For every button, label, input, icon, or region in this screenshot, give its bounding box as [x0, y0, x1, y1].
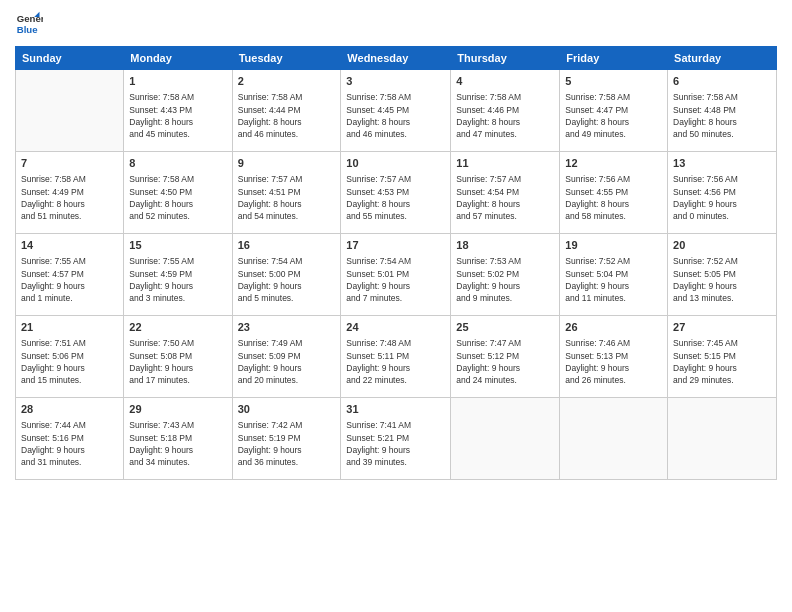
- day-info: Sunrise: 7:45 AMSunset: 5:15 PMDaylight:…: [673, 337, 771, 386]
- day-number: 21: [21, 320, 118, 335]
- calendar-cell: 7Sunrise: 7:58 AMSunset: 4:49 PMDaylight…: [16, 152, 124, 234]
- day-info: Sunrise: 7:58 AMSunset: 4:46 PMDaylight:…: [456, 91, 554, 140]
- day-info: Sunrise: 7:54 AMSunset: 5:00 PMDaylight:…: [238, 255, 336, 304]
- day-number: 10: [346, 156, 445, 171]
- calendar-cell: 12Sunrise: 7:56 AMSunset: 4:55 PMDayligh…: [560, 152, 668, 234]
- logo-icon: General Blue: [15, 10, 43, 38]
- calendar-cell: 31Sunrise: 7:41 AMSunset: 5:21 PMDayligh…: [341, 398, 451, 480]
- day-info: Sunrise: 7:47 AMSunset: 5:12 PMDaylight:…: [456, 337, 554, 386]
- day-info: Sunrise: 7:51 AMSunset: 5:06 PMDaylight:…: [21, 337, 118, 386]
- day-info: Sunrise: 7:50 AMSunset: 5:08 PMDaylight:…: [129, 337, 226, 386]
- calendar-cell: [16, 70, 124, 152]
- day-number: 18: [456, 238, 554, 253]
- calendar-cell: 15Sunrise: 7:55 AMSunset: 4:59 PMDayligh…: [124, 234, 232, 316]
- day-number: 28: [21, 402, 118, 417]
- day-number: 7: [21, 156, 118, 171]
- day-number: 16: [238, 238, 336, 253]
- day-number: 15: [129, 238, 226, 253]
- day-info: Sunrise: 7:44 AMSunset: 5:16 PMDaylight:…: [21, 419, 118, 468]
- day-info: Sunrise: 7:58 AMSunset: 4:44 PMDaylight:…: [238, 91, 336, 140]
- calendar-cell: 6Sunrise: 7:58 AMSunset: 4:48 PMDaylight…: [668, 70, 777, 152]
- header: General Blue: [15, 10, 777, 38]
- day-info: Sunrise: 7:52 AMSunset: 5:05 PMDaylight:…: [673, 255, 771, 304]
- day-number: 17: [346, 238, 445, 253]
- day-number: 20: [673, 238, 771, 253]
- calendar-cell: 13Sunrise: 7:56 AMSunset: 4:56 PMDayligh…: [668, 152, 777, 234]
- day-number: 13: [673, 156, 771, 171]
- week-row-4: 21Sunrise: 7:51 AMSunset: 5:06 PMDayligh…: [16, 316, 777, 398]
- col-header-monday: Monday: [124, 47, 232, 70]
- calendar-cell: [668, 398, 777, 480]
- calendar-cell: 21Sunrise: 7:51 AMSunset: 5:06 PMDayligh…: [16, 316, 124, 398]
- calendar-cell: 9Sunrise: 7:57 AMSunset: 4:51 PMDaylight…: [232, 152, 341, 234]
- page: General Blue SundayMondayTuesdayWednesda…: [0, 0, 792, 612]
- day-number: 11: [456, 156, 554, 171]
- col-header-saturday: Saturday: [668, 47, 777, 70]
- day-number: 8: [129, 156, 226, 171]
- day-number: 5: [565, 74, 662, 89]
- calendar-cell: 24Sunrise: 7:48 AMSunset: 5:11 PMDayligh…: [341, 316, 451, 398]
- day-info: Sunrise: 7:57 AMSunset: 4:53 PMDaylight:…: [346, 173, 445, 222]
- day-number: 12: [565, 156, 662, 171]
- day-number: 1: [129, 74, 226, 89]
- day-info: Sunrise: 7:41 AMSunset: 5:21 PMDaylight:…: [346, 419, 445, 468]
- day-info: Sunrise: 7:46 AMSunset: 5:13 PMDaylight:…: [565, 337, 662, 386]
- calendar-cell: 18Sunrise: 7:53 AMSunset: 5:02 PMDayligh…: [451, 234, 560, 316]
- calendar-cell: 3Sunrise: 7:58 AMSunset: 4:45 PMDaylight…: [341, 70, 451, 152]
- day-number: 23: [238, 320, 336, 335]
- week-row-5: 28Sunrise: 7:44 AMSunset: 5:16 PMDayligh…: [16, 398, 777, 480]
- day-info: Sunrise: 7:54 AMSunset: 5:01 PMDaylight:…: [346, 255, 445, 304]
- day-info: Sunrise: 7:43 AMSunset: 5:18 PMDaylight:…: [129, 419, 226, 468]
- calendar-cell: 29Sunrise: 7:43 AMSunset: 5:18 PMDayligh…: [124, 398, 232, 480]
- day-info: Sunrise: 7:58 AMSunset: 4:45 PMDaylight:…: [346, 91, 445, 140]
- day-info: Sunrise: 7:57 AMSunset: 4:51 PMDaylight:…: [238, 173, 336, 222]
- day-info: Sunrise: 7:58 AMSunset: 4:43 PMDaylight:…: [129, 91, 226, 140]
- day-number: 2: [238, 74, 336, 89]
- day-info: Sunrise: 7:49 AMSunset: 5:09 PMDaylight:…: [238, 337, 336, 386]
- calendar-cell: 20Sunrise: 7:52 AMSunset: 5:05 PMDayligh…: [668, 234, 777, 316]
- calendar-cell: 19Sunrise: 7:52 AMSunset: 5:04 PMDayligh…: [560, 234, 668, 316]
- day-number: 25: [456, 320, 554, 335]
- calendar-cell: 4Sunrise: 7:58 AMSunset: 4:46 PMDaylight…: [451, 70, 560, 152]
- day-number: 22: [129, 320, 226, 335]
- day-number: 31: [346, 402, 445, 417]
- col-header-thursday: Thursday: [451, 47, 560, 70]
- calendar-cell: 11Sunrise: 7:57 AMSunset: 4:54 PMDayligh…: [451, 152, 560, 234]
- calendar-cell: 27Sunrise: 7:45 AMSunset: 5:15 PMDayligh…: [668, 316, 777, 398]
- calendar-cell: 22Sunrise: 7:50 AMSunset: 5:08 PMDayligh…: [124, 316, 232, 398]
- day-info: Sunrise: 7:55 AMSunset: 4:57 PMDaylight:…: [21, 255, 118, 304]
- calendar-table: SundayMondayTuesdayWednesdayThursdayFrid…: [15, 46, 777, 480]
- col-header-sunday: Sunday: [16, 47, 124, 70]
- calendar-cell: [451, 398, 560, 480]
- day-number: 19: [565, 238, 662, 253]
- day-number: 6: [673, 74, 771, 89]
- calendar-cell: 10Sunrise: 7:57 AMSunset: 4:53 PMDayligh…: [341, 152, 451, 234]
- calendar-cell: 17Sunrise: 7:54 AMSunset: 5:01 PMDayligh…: [341, 234, 451, 316]
- day-number: 4: [456, 74, 554, 89]
- calendar-cell: 1Sunrise: 7:58 AMSunset: 4:43 PMDaylight…: [124, 70, 232, 152]
- day-number: 3: [346, 74, 445, 89]
- day-info: Sunrise: 7:58 AMSunset: 4:48 PMDaylight:…: [673, 91, 771, 140]
- day-info: Sunrise: 7:53 AMSunset: 5:02 PMDaylight:…: [456, 255, 554, 304]
- calendar-cell: 26Sunrise: 7:46 AMSunset: 5:13 PMDayligh…: [560, 316, 668, 398]
- day-number: 14: [21, 238, 118, 253]
- day-info: Sunrise: 7:58 AMSunset: 4:50 PMDaylight:…: [129, 173, 226, 222]
- day-info: Sunrise: 7:52 AMSunset: 5:04 PMDaylight:…: [565, 255, 662, 304]
- col-header-tuesday: Tuesday: [232, 47, 341, 70]
- week-row-1: 1Sunrise: 7:58 AMSunset: 4:43 PMDaylight…: [16, 70, 777, 152]
- day-number: 26: [565, 320, 662, 335]
- header-row: SundayMondayTuesdayWednesdayThursdayFrid…: [16, 47, 777, 70]
- day-info: Sunrise: 7:56 AMSunset: 4:55 PMDaylight:…: [565, 173, 662, 222]
- day-number: 30: [238, 402, 336, 417]
- day-info: Sunrise: 7:48 AMSunset: 5:11 PMDaylight:…: [346, 337, 445, 386]
- col-header-friday: Friday: [560, 47, 668, 70]
- calendar-cell: 28Sunrise: 7:44 AMSunset: 5:16 PMDayligh…: [16, 398, 124, 480]
- day-info: Sunrise: 7:55 AMSunset: 4:59 PMDaylight:…: [129, 255, 226, 304]
- day-number: 24: [346, 320, 445, 335]
- day-number: 27: [673, 320, 771, 335]
- day-number: 29: [129, 402, 226, 417]
- logo: General Blue: [15, 10, 43, 38]
- col-header-wednesday: Wednesday: [341, 47, 451, 70]
- calendar-cell: 5Sunrise: 7:58 AMSunset: 4:47 PMDaylight…: [560, 70, 668, 152]
- week-row-2: 7Sunrise: 7:58 AMSunset: 4:49 PMDaylight…: [16, 152, 777, 234]
